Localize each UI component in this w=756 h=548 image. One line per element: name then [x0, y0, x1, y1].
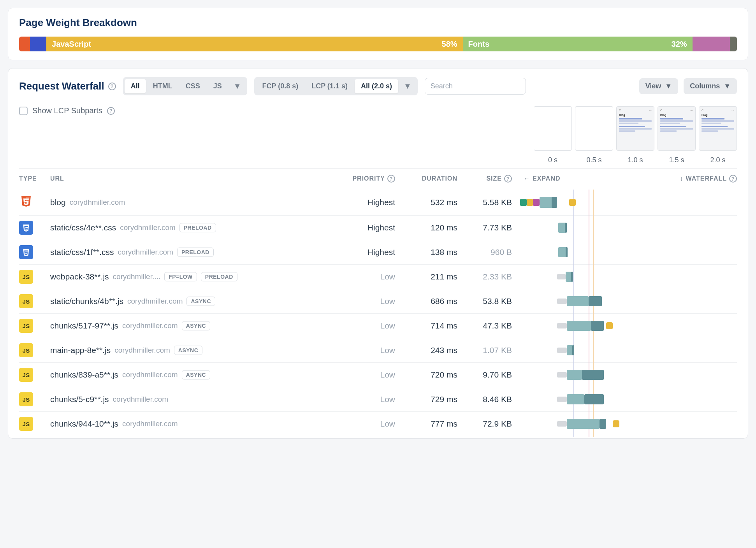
weight-segment[interactable] [30, 37, 46, 51]
help-icon[interactable]: ? [108, 83, 116, 90]
duration-value: 714 ms [402, 321, 464, 330]
waterfall-cell [519, 393, 737, 405]
weight-segment[interactable] [19, 37, 30, 51]
timing-bar [567, 370, 582, 380]
request-name: static/css/4e**.css [50, 223, 116, 232]
filmstrip-time-label: 2.0 s [699, 156, 737, 164]
request-name: blog [50, 198, 66, 207]
filmstrip-thumb[interactable]: C⋯Blog [616, 106, 654, 151]
waterfall-cell [519, 369, 737, 381]
col-priority: PRIORITY? [340, 175, 402, 183]
help-icon[interactable]: ? [504, 175, 512, 183]
timing-bar [557, 421, 567, 427]
weight-segment[interactable] [730, 37, 737, 51]
badge: PRELOAD [201, 272, 237, 281]
filmstrip-thumb[interactable] [534, 106, 572, 151]
request-host: corydhmiller.com [70, 198, 125, 207]
timing-bar [571, 272, 573, 282]
request-host: corydhmiller.... [113, 272, 160, 281]
request-name: static/css/1f**.css [50, 248, 114, 257]
table-row[interactable]: JSchunks/944-10**.jscorydhmiller.comLow7… [19, 411, 737, 436]
help-icon[interactable]: ? [387, 175, 395, 183]
timing-marker [593, 239, 594, 265]
filter-option[interactable]: JS [207, 79, 228, 93]
url-cell: chunks/839-a5**.jscorydhmiller.comASYNC [50, 370, 340, 379]
arrow-left-icon: ← [524, 175, 530, 182]
checkbox-icon[interactable] [19, 107, 28, 115]
timing-bar [567, 419, 600, 429]
timing-marker [593, 190, 594, 215]
badge: PRELOAD [177, 248, 214, 257]
table-row[interactable]: JSchunks/839-a5**.jscorydhmiller.comASYN… [19, 362, 737, 387]
table-row[interactable]: JSchunks/5-c9**.jscorydhmiller.comLow729… [19, 387, 737, 411]
columns-dropdown[interactable]: Columns ▼ [684, 78, 737, 94]
view-dropdown[interactable]: View ▼ [639, 78, 679, 94]
timing-bar [566, 247, 567, 257]
size-value: 53.8 KB [464, 297, 519, 306]
js-icon: JS [19, 368, 33, 382]
css-icon [19, 245, 33, 259]
show-lcp-checkbox-row[interactable]: Show LCP Subparts ? [19, 106, 115, 115]
table-row[interactable]: blogcorydhmiller.comHighest532 ms5.58 KB [19, 189, 737, 215]
filter-option[interactable]: HTML [147, 79, 179, 93]
timing-bar [591, 321, 604, 331]
timing-bar [572, 345, 574, 355]
help-icon[interactable]: ? [107, 107, 115, 115]
filter-option[interactable]: CSS [179, 79, 206, 93]
badge: ASYNC [186, 297, 215, 306]
filter-option[interactable]: All [125, 79, 146, 93]
filmstrip: C⋯BlogC⋯BlogC⋯Blog 0 s0.5 s1.0 s1.5 s2.0… [534, 106, 737, 164]
table-row[interactable]: JSmain-app-8e**.jscorydhmiller.comASYNCL… [19, 338, 737, 362]
size-value: 2.33 KB [464, 272, 519, 281]
chevron-down-icon[interactable]: ▼ [399, 79, 416, 94]
size-value: 9.70 KB [464, 370, 519, 379]
weight-segment[interactable] [693, 37, 730, 51]
table-row[interactable]: JSwebpack-38**.jscorydhmiller....FP=LOWP… [19, 264, 737, 289]
filmstrip-thumbs: C⋯BlogC⋯BlogC⋯Blog [534, 106, 737, 151]
filter-option[interactable]: All (2.0 s) [355, 79, 398, 93]
js-icon: JS [19, 392, 33, 406]
js-icon: JS [19, 343, 33, 357]
duration-value: 686 ms [402, 297, 464, 306]
request-name: chunks/5-c9**.js [50, 395, 109, 404]
waterfall-cell [519, 295, 737, 307]
search-input[interactable] [425, 78, 526, 95]
timing-marker [573, 215, 574, 241]
size-value: 960 B [464, 248, 519, 257]
col-url: URL [50, 175, 340, 182]
filmstrip-thumb[interactable]: C⋯Blog [658, 106, 696, 151]
waterfall-header: Request Waterfall ? AllHTMLCSSJS▼ FCP (0… [19, 77, 737, 95]
filmstrip-thumb[interactable]: C⋯Blog [699, 106, 737, 151]
timing-chip [569, 199, 576, 206]
timing-marker [593, 264, 594, 290]
timing-bar [567, 394, 584, 404]
weight-segment[interactable]: JavaScript58% [46, 37, 463, 51]
table-row[interactable]: static/css/1f**.csscorydhmiller.comPRELO… [19, 240, 737, 264]
waterfall-cell [519, 418, 737, 430]
weight-segment[interactable]: Fonts32% [463, 37, 693, 51]
duration-value: 120 ms [402, 223, 464, 232]
chevron-down-icon[interactable]: ▼ [229, 79, 246, 94]
table-row[interactable]: static/css/4e**.csscorydhmiller.comPRELO… [19, 215, 737, 240]
priority-value: Low [340, 419, 402, 429]
request-host: corydhmiller.com [122, 371, 178, 379]
url-cell: static/chunks/4b**.jscorydhmiller.comASY… [50, 297, 340, 306]
request-host: corydhmiller.com [113, 395, 169, 404]
filmstrip-thumb[interactable] [575, 106, 613, 151]
badge: ASYNC [174, 346, 203, 355]
request-name: chunks/517-97**.js [50, 321, 118, 330]
priority-value: Low [340, 321, 402, 330]
table-row[interactable]: JSchunks/517-97**.jscorydhmiller.comASYN… [19, 313, 737, 338]
filter-option[interactable]: LCP (1.1 s) [305, 79, 354, 93]
help-icon[interactable]: ? [729, 175, 737, 183]
table-row[interactable]: JSstatic/chunks/4b**.jscorydhmiller.comA… [19, 289, 737, 313]
timing-bar [557, 348, 567, 353]
waterfall-cell [519, 344, 737, 356]
waterfall-title-text: Request Waterfall [19, 80, 104, 92]
badge: ASYNC [182, 321, 211, 330]
expand-button[interactable]: ←EXPAND [524, 175, 561, 182]
filter-option[interactable]: FCP (0.8 s) [256, 79, 304, 93]
badge: ASYNC [182, 370, 211, 379]
request-name: chunks/944-10**.js [50, 419, 118, 429]
timing-bar [557, 299, 567, 304]
